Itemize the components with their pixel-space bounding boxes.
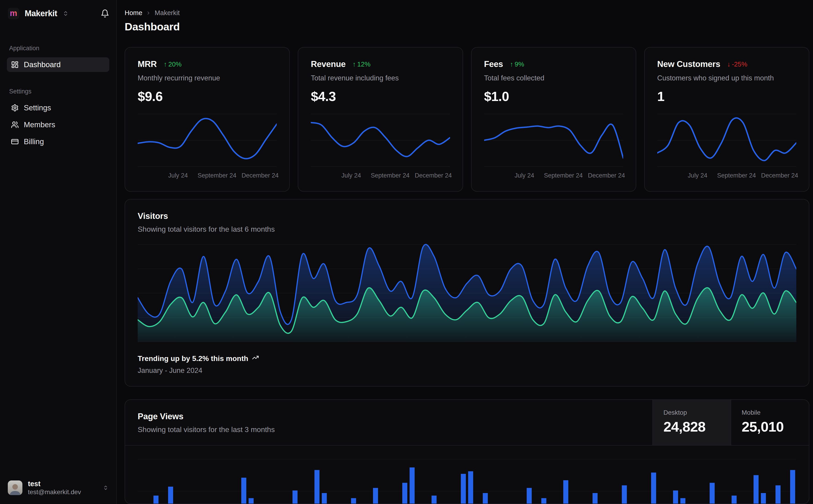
sparkline-x-labels: July 24 September 24 December 24 [311,172,450,182]
chevrons-up-down-icon [63,11,69,16]
sparkline-x-labels: July 24 September 24 December 24 [484,172,623,182]
makerkit-logo: m [8,8,19,19]
sparkline-chart-fees: July 24 September 24 December 24 [484,112,623,182]
stat-title: New Customers [657,59,720,69]
gear-icon [11,104,19,112]
sidebar-item-label: Settings [24,103,51,112]
stat-description: Total fees collected [484,74,623,82]
stat-card-fees: Fees ↑9% Total fees collected $1.0 July … [471,47,636,192]
sidebar-item-dashboard[interactable]: Dashboard [7,57,109,72]
stat-value: 1 [657,89,796,104]
nav-section-settings: Settings [7,88,109,95]
stat-card-mrr: MRR ↑20% Monthly recurring revenue $9.6 … [125,47,290,192]
stat-description: Customers who signed up this month [657,74,796,82]
chevrons-up-down-icon [103,485,108,491]
sparkline-x-labels: July 24 September 24 December 24 [138,172,277,182]
sidebar-item-label: Dashboard [24,60,61,69]
visitors-trend-text: Trending up by 5.2% this month [138,354,248,363]
stat-cards-row: MRR ↑20% Monthly recurring revenue $9.6 … [125,47,809,192]
visitors-range-text: January - June 2024 [138,366,796,375]
trend-badge: ↑20% [163,61,181,68]
sidebar: m Makerkit Application Dashboard Setting… [0,0,117,504]
page-views-subtitle: Showing total visitors for the last 3 mo… [138,425,640,434]
sidebar-item-label: Members [24,120,55,129]
workspace-selector[interactable]: m Makerkit [7,8,109,19]
stat-card-new-customers: New Customers ↓-25% Customers who signed… [644,47,809,192]
toggle-desktop[interactable]: Desktop 24,828 [653,400,731,445]
trend-badge: ↑9% [510,61,524,68]
arrow-up-icon: ↑ [352,61,356,68]
arrow-down-icon: ↓ [727,61,731,68]
visitors-title: Visitors [138,211,796,221]
breadcrumb-current[interactable]: Makerkit [154,9,180,17]
stat-value: $1.0 [484,89,623,104]
sidebar-nav: Application Dashboard Settings Settings … [7,45,109,151]
visitors-area-chart [138,243,796,343]
toggle-mobile[interactable]: Mobile 25,010 [731,400,809,445]
stat-title: Revenue [311,59,346,69]
sidebar-item-label: Billing [24,137,44,146]
page-title: Dashboard [125,20,809,33]
visitors-card: Visitors Showing total visitors for the … [125,199,809,387]
breadcrumb: Home Makerkit [125,9,809,17]
arrow-up-icon: ↑ [510,61,513,68]
user-menu[interactable]: test test@makerkit.dev [7,478,109,497]
mobile-total: 25,010 [742,419,809,435]
user-name: test [28,480,81,488]
users-icon [11,121,19,129]
credit-card-icon [11,138,19,146]
page-views-title: Page Views [138,412,640,421]
sparkline-chart-new-customers: July 24 September 24 December 24 [657,112,796,182]
page-views-bar-chart [125,446,809,504]
sidebar-item-billing[interactable]: Billing [7,134,109,149]
stat-title: MRR [138,59,157,69]
stat-description: Total revenue including fees [311,74,450,82]
trend-badge: ↑12% [352,61,371,68]
trend-badge: ↓-25% [727,61,747,68]
stat-title: Fees [484,59,503,69]
layout-dashboard-icon [11,61,19,69]
sparkline-chart-mrr: July 24 September 24 December 24 [138,112,277,182]
main-content: Home Makerkit Dashboard MRR ↑20% Monthly… [117,0,813,504]
user-avatar [8,480,22,495]
sparkline-chart-revenue: July 24 September 24 December 24 [311,112,450,182]
page-views-card: Page Views Showing total visitors for th… [125,399,809,504]
user-email: test@makerkit.dev [28,488,81,496]
sparkline-x-labels: July 24 September 24 December 24 [657,172,796,182]
nav-section-application: Application [7,45,109,52]
stat-description: Monthly recurring revenue [138,74,277,82]
trending-up-icon [252,354,259,363]
stat-value: $9.6 [138,89,277,104]
visitors-subtitle: Showing total visitors for the last 6 mo… [138,225,796,233]
sidebar-item-members[interactable]: Members [7,117,109,132]
workspace-name: Makerkit [25,9,57,18]
arrow-up-icon: ↑ [163,61,167,68]
stat-card-revenue: Revenue ↑12% Total revenue including fee… [298,47,463,192]
desktop-total: 24,828 [664,419,731,435]
breadcrumb-home-link[interactable]: Home [125,9,142,17]
stat-value: $4.3 [311,89,450,104]
svg-text:m: m [10,8,17,18]
bell-icon[interactable] [101,9,109,18]
sidebar-item-settings[interactable]: Settings [7,101,109,115]
chevron-right-icon [146,11,151,16]
